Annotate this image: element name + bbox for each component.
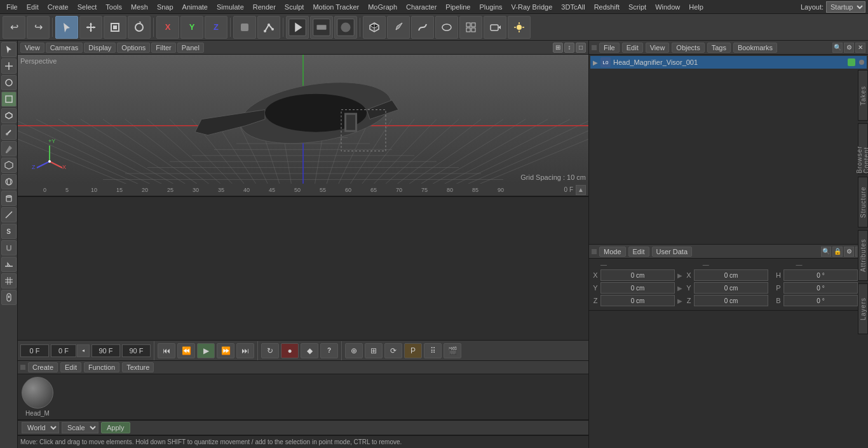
render-region-button[interactable] [286, 16, 309, 39]
grid-view-button[interactable] [459, 16, 482, 39]
menu-motion-tracker[interactable]: Motion Tracker [309, 2, 363, 12]
takes-tab[interactable]: Takes [858, 70, 868, 121]
view-menu-button[interactable]: View [20, 43, 44, 53]
menu-sculpt[interactable]: Sculpt [281, 2, 308, 12]
menu-edit[interactable]: Edit [23, 2, 43, 12]
left-tool-scroll[interactable] [1, 290, 17, 305]
left-tool-cylinder[interactable] [1, 191, 17, 206]
menu-vray[interactable]: V-Ray Bridge [508, 2, 557, 12]
start-frame-input[interactable] [20, 344, 49, 357]
auto-key-button[interactable]: ⟳ [384, 343, 402, 358]
left-tool-select[interactable] [1, 42, 17, 57]
mat-create-button[interactable]: Create [28, 362, 58, 372]
obj-panel-icon[interactable] [592, 45, 597, 50]
left-tool-move[interactable] [1, 58, 17, 74]
render-preview-button[interactable] [310, 16, 333, 39]
sculpt-mode-button[interactable] [435, 16, 458, 39]
object-mode-button[interactable] [233, 16, 256, 39]
menu-redshift[interactable]: Redshift [590, 2, 623, 12]
render-button[interactable] [334, 16, 357, 39]
coord-y2-input[interactable] [694, 282, 768, 294]
left-tool-magnet[interactable] [1, 240, 17, 255]
menu-simulate[interactable]: Simulate [213, 2, 248, 12]
scale-dropdown[interactable]: Scale [62, 422, 98, 433]
play-button[interactable]: ▶ [197, 343, 215, 358]
display-menu-button[interactable]: Display [84, 43, 116, 53]
key-mode-button[interactable]: ⊞ [365, 343, 383, 358]
mat-edit-button[interactable]: Edit [60, 362, 81, 372]
filter-menu-button[interactable]: Filter [151, 43, 175, 53]
structure-tab[interactable]: Structure [858, 177, 868, 227]
attr-mode-button[interactable]: Mode [599, 247, 626, 257]
menu-file[interactable]: File [3, 2, 22, 12]
obj-tags-button[interactable]: Tags [707, 43, 731, 53]
attr-edit-button[interactable]: Edit [628, 247, 649, 257]
menu-help[interactable]: Help [685, 2, 707, 12]
left-tool-brush[interactable] [1, 141, 17, 156]
left-tool-paint[interactable] [1, 125, 17, 140]
world-dropdown[interactable]: World [22, 422, 59, 433]
redo-button[interactable]: ↪ [27, 16, 50, 39]
loop-button[interactable]: ↻ [261, 343, 279, 358]
coord-z2-input[interactable] [694, 295, 768, 306]
go-end-button[interactable]: ⏭ [236, 343, 254, 358]
obj-objects-button[interactable]: Objects [672, 43, 704, 53]
attr-userdata-button[interactable]: User Data [652, 247, 693, 257]
go-start-button[interactable]: ⏮ [158, 343, 175, 358]
left-tool-polygon[interactable] [1, 108, 17, 123]
mat-panel-icon[interactable] [20, 365, 25, 370]
obj-search-button[interactable]: 🔍 [832, 43, 843, 53]
layers-tab[interactable]: Layers [858, 283, 868, 334]
move-key-button[interactable]: ⊕ [345, 343, 363, 358]
coord-x1-input[interactable] [600, 269, 675, 281]
menu-animate[interactable]: Animate [179, 2, 212, 12]
left-tool-cube[interactable] [1, 158, 17, 173]
viewport-move-button[interactable]: ↕ [564, 43, 574, 53]
viewport-fullscreen-button[interactable]: □ [576, 43, 586, 53]
keyframe-button[interactable]: ◆ [301, 343, 318, 358]
current-frame-input[interactable] [92, 344, 120, 357]
obj-close-button[interactable]: ✕ [855, 43, 865, 53]
prev-frame-input[interactable] [51, 344, 76, 357]
axis-y-button[interactable]: Y [180, 16, 203, 39]
panel-menu-button[interactable]: Panel [177, 43, 204, 53]
axis-x-button[interactable]: X [156, 16, 179, 39]
obj-bookmarks-button[interactable]: Bookmarks [733, 43, 777, 53]
undo-button[interactable]: ↩ [3, 16, 25, 39]
polyline-tool-button[interactable] [257, 16, 280, 39]
menu-select[interactable]: Select [74, 2, 101, 12]
attr-settings-button[interactable]: ⚙ [844, 247, 854, 257]
coord-h-input[interactable] [783, 269, 858, 281]
attr-search-button[interactable]: 🔍 [821, 247, 831, 257]
left-tool-text[interactable]: S [1, 224, 17, 239]
cube-view-button[interactable] [363, 16, 386, 39]
left-tool-scale[interactable] [1, 92, 17, 107]
coord-b-input[interactable] [783, 295, 858, 306]
left-tool-sphere[interactable] [1, 174, 17, 189]
menu-create[interactable]: Create [44, 2, 72, 12]
help-button[interactable]: ? [320, 343, 338, 358]
left-tool-floor[interactable] [1, 257, 17, 272]
attr-panel-icon[interactable] [592, 249, 597, 254]
next-frame-button[interactable]: ⏩ [217, 343, 234, 358]
menu-script[interactable]: Script [625, 2, 650, 12]
left-tool-line[interactable] [1, 207, 17, 222]
obj-file-button[interactable]: File [599, 43, 620, 53]
obj-visibility-dot-2[interactable] [859, 60, 864, 65]
obj-visibility-dot-1[interactable] [848, 58, 855, 66]
coord-p-input[interactable] [783, 282, 858, 294]
menu-tools[interactable]: Tools [102, 2, 126, 12]
object-item-head-magnifier[interactable]: ▶ L0 Head_Magnifier_Visor_001 [590, 56, 867, 69]
menu-character[interactable]: Character [402, 2, 440, 12]
cameras-menu-button[interactable]: Cameras [46, 43, 83, 53]
timeline-ruler[interactable]: 0 5 10 15 20 25 30 35 40 45 50 55 60 65 … [18, 184, 588, 196]
menu-3dtoall[interactable]: 3DTcAll [557, 2, 588, 12]
left-tool-rotate[interactable] [1, 75, 17, 90]
decrease-frame-button[interactable]: ◂ [77, 344, 90, 357]
menu-mesh[interactable]: Mesh [127, 2, 152, 12]
obj-settings-button[interactable]: ⚙ [844, 43, 854, 53]
menu-mograph[interactable]: MoGraph [364, 2, 401, 12]
coord-x2-input[interactable] [694, 269, 768, 281]
options-menu-button[interactable]: Options [117, 43, 150, 53]
motion-path-button[interactable]: P [404, 343, 422, 358]
